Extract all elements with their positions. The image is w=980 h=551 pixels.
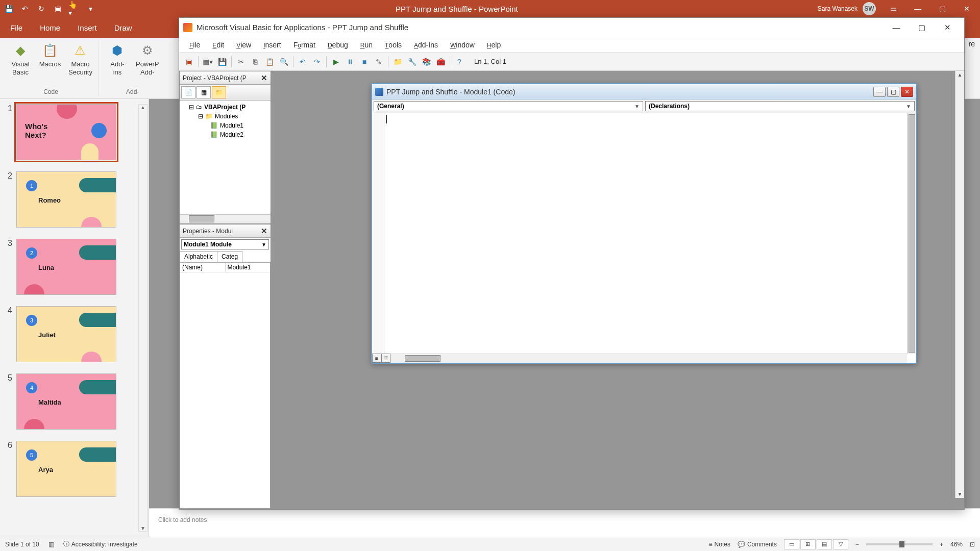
code-titlebar[interactable]: PPT Jump and Shuffle - Module1 (Code) — …: [372, 84, 916, 99]
slideshow-view-icon[interactable]: ▽: [833, 539, 848, 549]
comments-button[interactable]: 💬 Comments: [738, 541, 777, 548]
fit-window-icon[interactable]: ⊡: [970, 541, 975, 548]
user-area[interactable]: Sara Wanasek SW: [818, 2, 876, 15]
close-icon[interactable]: ✕: [901, 87, 913, 97]
slides-scrollbar[interactable]: ▲ ▼: [138, 104, 148, 532]
minimize-icon[interactable]: —: [873, 87, 886, 97]
expand-icon[interactable]: ⊟: [198, 113, 203, 120]
menu-help[interactable]: Help: [482, 39, 506, 51]
reading-view-icon[interactable]: ▤: [817, 539, 832, 549]
toggle-folders-icon[interactable]: 📁: [212, 86, 226, 98]
vba-titlebar[interactable]: Microsoft Visual Basic for Applications …: [179, 18, 964, 37]
minimize-icon[interactable]: —: [884, 19, 909, 36]
save-icon[interactable]: 💾: [215, 55, 229, 68]
properties-grid[interactable]: (Name) Module1: [180, 262, 271, 509]
maximize-icon[interactable]: ▢: [932, 2, 952, 16]
macros-button[interactable]: 📋 Macros: [37, 41, 63, 77]
addins-button[interactable]: ⬢ Add- ins: [104, 41, 131, 77]
copy-icon[interactable]: ⎘: [249, 55, 262, 68]
insert-dropdown-icon[interactable]: ▦▾: [201, 55, 214, 68]
menu-addins[interactable]: Add-Ins: [409, 39, 443, 51]
slide-2[interactable]: 1 Romeo: [16, 171, 116, 228]
view-object-icon[interactable]: ▦: [197, 86, 211, 98]
cut-icon[interactable]: ✂: [234, 55, 248, 68]
slide-counter[interactable]: Slide 1 of 10: [5, 541, 39, 548]
zoom-slider[interactable]: [866, 543, 933, 545]
redo-icon[interactable]: ↷: [310, 55, 324, 68]
visual-basic-button[interactable]: ◆ Visual Basic: [7, 41, 34, 77]
scroll-up-icon[interactable]: ▲: [140, 105, 145, 110]
powerpoint-addins-button[interactable]: ⚙ PowerP Add-: [134, 41, 161, 77]
slide-4[interactable]: 3 Juliet: [16, 306, 116, 362]
macro-security-button[interactable]: ⚠ Macro Security: [66, 41, 94, 77]
expand-icon[interactable]: ⊟: [189, 104, 194, 111]
redo-icon[interactable]: ↻: [36, 3, 47, 14]
close-icon[interactable]: ✕: [957, 2, 977, 16]
help-icon[interactable]: ?: [453, 55, 466, 68]
sorter-view-icon[interactable]: ⊞: [800, 539, 816, 549]
project-scrollbar[interactable]: [180, 214, 271, 223]
present-icon[interactable]: ▣: [52, 3, 63, 14]
slide-1[interactable]: Who's Next?: [16, 104, 116, 160]
property-value[interactable]: Module1: [226, 263, 271, 272]
undo-icon[interactable]: ↶: [296, 55, 309, 68]
tree-modules-folder[interactable]: ⊟ 📁 Modules: [182, 112, 268, 121]
object-selector[interactable]: Module1 Module ▼: [181, 239, 269, 249]
vba-vertical-scrollbar[interactable]: ▲ ▼: [955, 71, 964, 498]
save-icon[interactable]: 💾: [3, 3, 14, 14]
touch-icon[interactable]: 👆▾: [68, 3, 80, 14]
tab-draw[interactable]: Draw: [107, 19, 139, 36]
reset-icon[interactable]: ■: [358, 55, 371, 68]
normal-view-icon[interactable]: ▭: [784, 539, 799, 549]
project-pane-title[interactable]: Project - VBAProject (P ✕: [180, 71, 271, 85]
full-module-view-icon[interactable]: ≣: [381, 354, 390, 363]
slide-thumbnail[interactable]: 2 1 Romeo: [2, 170, 146, 229]
project-explorer-icon[interactable]: 📁: [391, 55, 404, 68]
code-text[interactable]: [386, 115, 387, 125]
paste-icon[interactable]: 📋: [263, 55, 276, 68]
tab-insert[interactable]: Insert: [70, 19, 104, 36]
zoom-out-icon[interactable]: −: [855, 541, 859, 548]
tab-home[interactable]: Home: [33, 19, 67, 36]
menu-window[interactable]: Window: [445, 39, 480, 51]
slides-panel[interactable]: 1 Who's Next? 2 1 Romeo 3 2: [0, 99, 149, 537]
view-ppt-icon[interactable]: ▣: [182, 55, 195, 68]
slide-thumbnail[interactable]: 4 3 Juliet: [2, 305, 146, 363]
menu-file[interactable]: File: [184, 39, 205, 51]
tab-alphabetic[interactable]: Alphabetic: [180, 251, 217, 262]
undo-icon[interactable]: ↶: [19, 3, 31, 14]
slide-thumbnail[interactable]: 6 5 Arya: [2, 440, 146, 498]
procedure-combo[interactable]: (Declarations) ▼: [645, 101, 915, 111]
scroll-down-icon[interactable]: ▼: [140, 525, 145, 531]
tree-module[interactable]: 📗 Module1: [182, 121, 268, 130]
find-icon[interactable]: 🔍: [277, 55, 290, 68]
slide-thumbnail[interactable]: 3 2 Luna: [2, 238, 146, 296]
maximize-icon[interactable]: ▢: [909, 19, 935, 36]
slide-thumbnail[interactable]: 5 4 Maltida: [2, 372, 146, 431]
menu-edit[interactable]: Edit: [207, 39, 229, 51]
menu-tools[interactable]: Tools: [380, 39, 407, 51]
object-combo[interactable]: (General) ▼: [374, 101, 643, 111]
menu-run[interactable]: Run: [355, 39, 378, 51]
accessibility-button[interactable]: ⓘ Accessibility: Investigate: [63, 540, 138, 548]
design-mode-icon[interactable]: ✎: [372, 55, 385, 68]
close-icon[interactable]: ✕: [261, 227, 267, 236]
break-icon[interactable]: ⏸: [344, 55, 357, 68]
tab-file[interactable]: File: [3, 19, 30, 36]
tree-module[interactable]: 📗 Module2: [182, 130, 268, 139]
procedure-view-icon[interactable]: ≡: [372, 354, 381, 363]
code-editor[interactable]: ≡ ≣: [372, 113, 916, 363]
share-button-partial[interactable]: re: [964, 37, 980, 51]
notes-button[interactable]: ≡ Notes: [709, 541, 730, 548]
zoom-level[interactable]: 46%: [950, 541, 963, 548]
properties-pane-title[interactable]: Properties - Modul ✕: [180, 224, 271, 238]
project-tree[interactable]: ⊟ 🗂 VBAProject (P ⊟ 📁 Modules 📗 Module1: [180, 101, 271, 214]
menu-debug[interactable]: Debug: [323, 39, 353, 51]
notes-pane[interactable]: Click to add notes: [149, 508, 980, 537]
slide-3[interactable]: 2 Luna: [16, 239, 116, 295]
menu-insert[interactable]: Insert: [258, 39, 286, 51]
slide-6[interactable]: 5 Arya: [16, 441, 116, 497]
scroll-up-icon[interactable]: ▲: [957, 71, 964, 79]
close-icon[interactable]: ✕: [261, 73, 267, 83]
view-code-icon[interactable]: 📄: [181, 86, 195, 98]
